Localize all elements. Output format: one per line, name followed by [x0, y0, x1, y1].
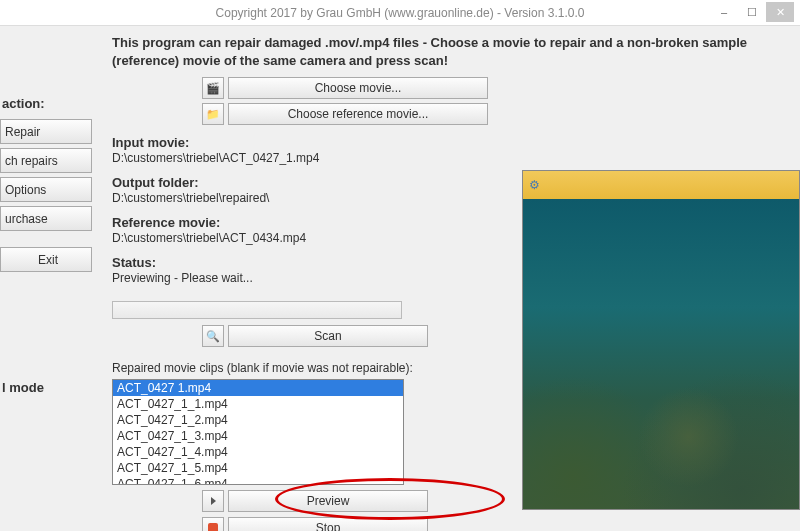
mode-label: l mode [0, 380, 92, 395]
progress-bar [112, 301, 402, 319]
list-item[interactable]: ACT_0427_1_3.mp4 [113, 428, 403, 444]
titlebar-text: Copyright 2017 by Grau GmbH (www.grauonl… [216, 6, 585, 20]
preview-titlebar[interactable] [523, 171, 799, 199]
choose-reference-button[interactable]: Choose reference movie... [228, 103, 488, 125]
magnifier-icon [206, 330, 220, 343]
list-item[interactable]: ACT_0427 1.mp4 [113, 380, 403, 396]
list-item[interactable]: ACT_0427_1_5.mp4 [113, 460, 403, 476]
sidebar: action: Repair ch repairs Options urchas… [0, 26, 98, 531]
minimize-button[interactable]: – [710, 2, 738, 22]
film-icon [206, 82, 220, 95]
repaired-clips-list[interactable]: ACT_0427 1.mp4 ACT_0427_1_1.mp4 ACT_0427… [112, 379, 404, 485]
preview-button[interactable]: Preview [228, 490, 428, 512]
choose-movie-button[interactable]: Choose movie... [228, 77, 488, 99]
play-icon [211, 497, 216, 505]
scan-icon-button[interactable] [202, 325, 224, 347]
stop-icon [208, 523, 218, 531]
choose-movie-icon-button[interactable] [202, 77, 224, 99]
maximize-button[interactable]: ☐ [738, 2, 766, 22]
section-action-label: action: [0, 96, 92, 111]
window-buttons: – ☐ ✕ [710, 2, 794, 22]
input-movie-value: D:\customers\triebel\ACT_0427_1.mp4 [112, 151, 786, 165]
choose-reference-icon-button[interactable] [202, 103, 224, 125]
stop-button[interactable]: Stop [228, 517, 428, 531]
preview-video-frame [523, 199, 799, 509]
titlebar: Copyright 2017 by Grau GmbH (www.grauonl… [0, 0, 800, 26]
list-item[interactable]: ACT_0427_1_6.mp4 [113, 476, 403, 485]
preview-icon-button[interactable] [202, 490, 224, 512]
repair-button[interactable]: Repair [0, 119, 92, 144]
list-item[interactable]: ACT_0427_1_4.mp4 [113, 444, 403, 460]
input-movie-label: Input movie: [112, 135, 786, 150]
close-button[interactable]: ✕ [766, 2, 794, 22]
scan-button[interactable]: Scan [228, 325, 428, 347]
list-item[interactable]: ACT_0427_1_1.mp4 [113, 396, 403, 412]
gear-icon [529, 178, 540, 192]
list-item[interactable]: ACT_0427_1_2.mp4 [113, 412, 403, 428]
exit-button[interactable]: Exit [0, 247, 92, 272]
folder-icon [206, 108, 220, 121]
stop-icon-button[interactable] [202, 517, 224, 531]
preview-window[interactable] [522, 170, 800, 510]
options-button[interactable]: Options [0, 177, 92, 202]
purchase-button[interactable]: urchase [0, 206, 92, 231]
instructions-text: This program can repair damaged .mov/.mp… [112, 34, 786, 69]
batch-repairs-button[interactable]: ch repairs [0, 148, 92, 173]
